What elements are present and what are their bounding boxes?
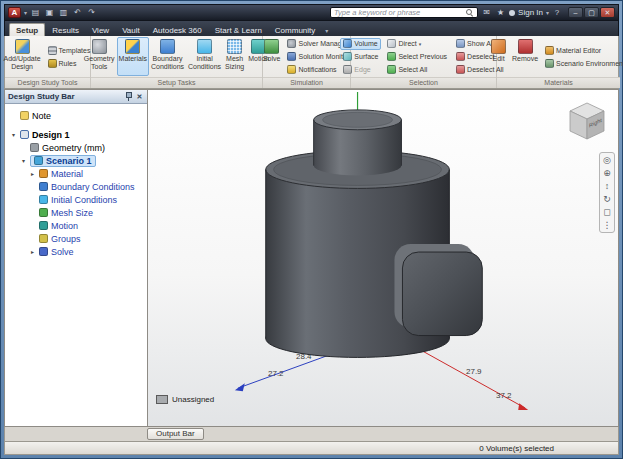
geometry-tools-button[interactable]: Geometry Tools	[82, 37, 117, 76]
material-icon	[39, 169, 48, 178]
tab-start-learn[interactable]: Start & Learn	[209, 24, 268, 36]
dim-label-37-2: 37.2	[496, 391, 512, 400]
groups-label: Groups	[51, 234, 81, 244]
title-bar: A ▾ ▤ ▣ ▥ ↶ ↷ ✉ ★ Sign In ▾ ? – ▢ ✕	[4, 4, 619, 21]
pin-icon[interactable]	[124, 92, 133, 101]
tree-item-geometry[interactable]: Geometry (mm)	[5, 141, 147, 154]
add-update-design-button[interactable]: Add/Update Design	[2, 37, 43, 76]
search-input[interactable]	[334, 8, 464, 17]
tab-results[interactable]: Results	[46, 24, 85, 36]
tab-autodesk-360[interactable]: Autodesk 360	[147, 24, 208, 36]
tab-view[interactable]: View	[86, 24, 115, 36]
group-label-materials[interactable]: Materials	[497, 77, 620, 88]
help-icon[interactable]: ?	[552, 8, 562, 17]
edit-pencil-icon	[491, 39, 506, 54]
tree-item-groups[interactable]: Groups	[5, 232, 147, 245]
material-editor-button[interactable]: Material Editor	[542, 44, 623, 56]
tree-item-boundary-conditions[interactable]: Boundary Conditions	[5, 180, 147, 193]
save-icon[interactable]: ▥	[58, 8, 69, 17]
tree-item-note[interactable]: Note	[5, 109, 147, 122]
maximize-button[interactable]: ▢	[584, 7, 599, 18]
materials-button[interactable]: Materials	[117, 37, 149, 76]
tree-item-material[interactable]: ▸ Material	[5, 167, 147, 180]
solve-twisty-icon[interactable]: ▸	[29, 248, 36, 255]
deselect-icon	[456, 52, 465, 61]
select-all-button[interactable]: Select All	[384, 64, 450, 76]
geometry-label: Geometry (mm)	[42, 143, 105, 153]
tree-item-motion[interactable]: Motion	[5, 219, 147, 232]
model-3d[interactable]	[148, 90, 618, 426]
tabs-overflow-chevron-icon[interactable]: ▾	[322, 27, 331, 36]
search-icon[interactable]	[466, 9, 474, 17]
rules-label: Rules	[59, 60, 77, 67]
tab-setup[interactable]: Setup	[9, 23, 45, 36]
direct-chevron-icon[interactable]: ▾	[419, 41, 422, 47]
select-edge-button[interactable]: Edge	[340, 64, 381, 76]
scenario-environment-button[interactable]: Scenario Environment	[542, 57, 623, 69]
dim-label-27-2: 27.2	[268, 369, 284, 378]
solve-tree-label: Solve	[51, 247, 74, 257]
group-label-setup-tasks[interactable]: Setup Tasks	[91, 77, 262, 88]
tree-item-solve[interactable]: ▸ Solve	[5, 245, 147, 258]
boundary-conditions-label: Boundary Conditions	[151, 55, 184, 70]
design-study-bar-header: Design Study Bar ✕	[5, 90, 147, 104]
zoom-icon[interactable]: ⊕	[600, 168, 614, 178]
scenario-twisty-icon[interactable]: ▾	[20, 157, 27, 164]
undo-icon[interactable]: ↶	[72, 8, 83, 17]
app-menu-chevron-icon[interactable]: ▾	[24, 9, 27, 16]
mesh-sizing-button[interactable]: Mesh Sizing	[223, 37, 246, 76]
side-boss-front-face[interactable]	[402, 252, 482, 336]
tab-vault[interactable]: Vault	[116, 24, 146, 36]
design-twisty-icon[interactable]: ▾	[10, 131, 17, 138]
group-label-design-study-tools[interactable]: Design Study Tools	[5, 77, 90, 88]
autodesk-logo-icon[interactable]: A	[8, 7, 21, 18]
design-study-bar-panel: Design Study Bar ✕ Note ▾ Design 1	[4, 89, 148, 427]
solve-icon	[264, 39, 279, 54]
material-twisty-icon[interactable]: ▸	[29, 170, 36, 177]
steering-wheel-icon[interactable]: ◎	[600, 155, 614, 165]
edit-material-button[interactable]: Edit	[489, 37, 508, 76]
panel-close-icon[interactable]: ✕	[135, 93, 144, 101]
direct-selection-button[interactable]: Direct ▾	[384, 38, 450, 50]
tree-item-scenario[interactable]: ▾ Scenario 1	[5, 154, 147, 167]
edit-label: Edit	[493, 55, 505, 63]
new-icon[interactable]: ▤	[30, 8, 41, 17]
close-button[interactable]: ✕	[600, 7, 615, 18]
initial-conditions-button[interactable]: Initial Conditions	[186, 37, 223, 76]
initial-conditions-label: Initial Conditions	[188, 55, 221, 70]
select-surface-button[interactable]: Surface	[340, 51, 381, 63]
output-bar-button[interactable]: Output Bar	[147, 428, 204, 441]
tab-community[interactable]: Community	[269, 24, 321, 36]
select-previous-button[interactable]: Select Previous	[384, 51, 450, 63]
group-label-selection[interactable]: Selection	[351, 77, 496, 88]
minimize-button[interactable]: –	[568, 7, 583, 18]
look-at-icon[interactable]: ◻	[600, 207, 614, 217]
scenario-selected-row[interactable]: Scenario 1	[30, 155, 96, 167]
tree-item-design[interactable]: ▾ Design 1	[5, 128, 147, 141]
3d-viewport[interactable]: 28.4 27.2 27.9 37.2 Unassigned Right ◎ ⊕…	[148, 89, 619, 427]
favorites-icon[interactable]: ★	[495, 8, 506, 17]
tree-item-initial-conditions[interactable]: Initial Conditions	[5, 193, 147, 206]
boundary-conditions-button[interactable]: Boundary Conditions	[149, 37, 186, 76]
user-icon	[509, 10, 515, 16]
sign-in-chevron-icon[interactable]: ▾	[546, 9, 549, 16]
view-cube[interactable]: Right	[564, 98, 610, 144]
sign-in-button[interactable]: Sign In	[518, 8, 543, 17]
boss-top-ring	[323, 112, 393, 127]
surface-icon	[343, 52, 352, 61]
select-volume-button[interactable]: Volume	[340, 38, 381, 50]
communication-center-icon[interactable]: ✉	[481, 8, 492, 17]
axis-x-arrowhead	[518, 403, 528, 410]
main-area: Design Study Bar ✕ Note ▾ Design 1	[4, 89, 619, 427]
group-label-simulation[interactable]: Simulation	[263, 77, 350, 88]
navbar-more-icon[interactable]: ⋮	[600, 220, 614, 230]
axis-z-arrowhead	[235, 383, 245, 391]
search-box[interactable]	[330, 7, 478, 18]
open-icon[interactable]: ▣	[44, 8, 55, 17]
solve-button[interactable]: Solve	[261, 37, 283, 76]
orbit-icon[interactable]: ↻	[600, 194, 614, 204]
redo-icon[interactable]: ↷	[86, 8, 97, 17]
pan-icon[interactable]: ↕	[600, 181, 614, 191]
remove-material-button[interactable]: Remove	[510, 37, 540, 76]
tree-item-mesh-size[interactable]: Mesh Size	[5, 206, 147, 219]
